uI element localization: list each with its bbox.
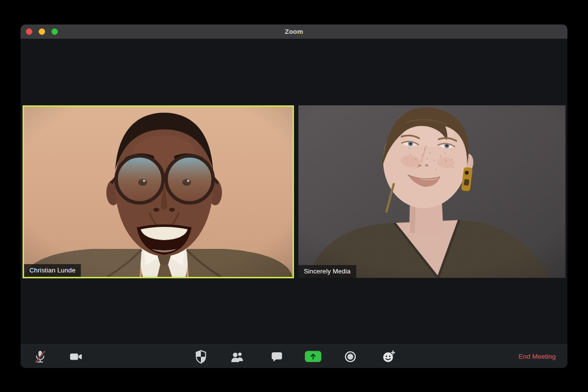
share-screen-icon xyxy=(305,351,321,362)
record-icon xyxy=(344,350,357,363)
zoom-app-window: Zoom xyxy=(21,24,567,368)
sincerely-media-video-feed xyxy=(298,105,565,278)
reactions-button[interactable] xyxy=(381,348,396,366)
chat-button[interactable] xyxy=(269,348,285,366)
christian-lunde-video-feed xyxy=(24,107,293,277)
end-meeting-button[interactable]: End Meeting xyxy=(518,353,556,360)
security-button[interactable] xyxy=(193,348,209,366)
share-screen-button[interactable] xyxy=(305,348,321,366)
video-stage: Christian Lunde xyxy=(21,39,567,344)
window-titlebar[interactable]: Zoom xyxy=(21,24,567,39)
shield-icon xyxy=(195,350,207,364)
participant-name-tag: Sincerely Media xyxy=(298,265,356,278)
participant-name-tag: Christian Lunde xyxy=(24,264,81,277)
video-tile-christian-lunde[interactable]: Christian Lunde xyxy=(23,105,294,278)
record-button[interactable] xyxy=(343,348,358,366)
video-button[interactable] xyxy=(68,348,84,366)
video-tile-sincerely-media[interactable]: Sincerely Media xyxy=(298,105,565,278)
reactions-icon xyxy=(382,350,395,363)
meeting-toolbar: End Meeting xyxy=(21,344,567,368)
microphone-muted-icon xyxy=(34,350,47,364)
participants-button[interactable] xyxy=(230,348,245,366)
mute-button[interactable] xyxy=(32,348,48,366)
window-title: Zoom xyxy=(21,24,567,39)
participants-icon xyxy=(230,350,245,363)
chat-bubble-icon xyxy=(270,351,283,363)
video-camera-icon xyxy=(69,350,83,363)
